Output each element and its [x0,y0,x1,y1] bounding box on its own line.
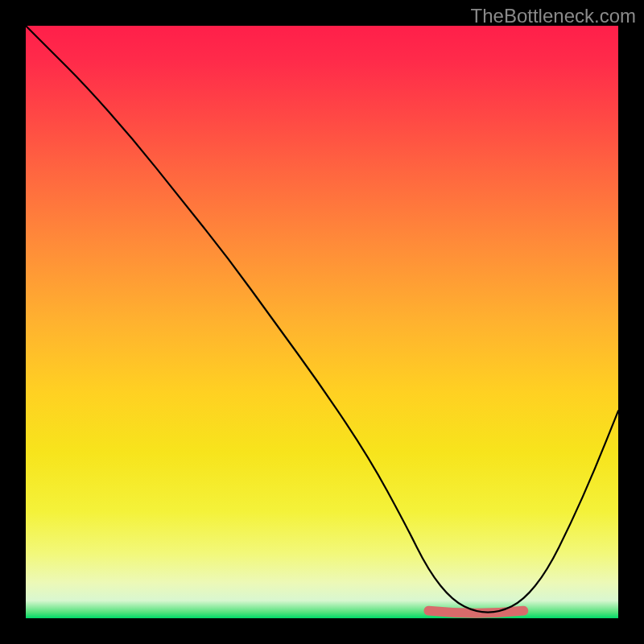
chart-canvas: TheBottleneck.com [0,0,644,644]
curve-layer [26,26,618,618]
watermark-text: TheBottleneck.com [471,5,636,27]
bottleneck-curve [26,26,618,613]
plot-area [26,26,618,618]
